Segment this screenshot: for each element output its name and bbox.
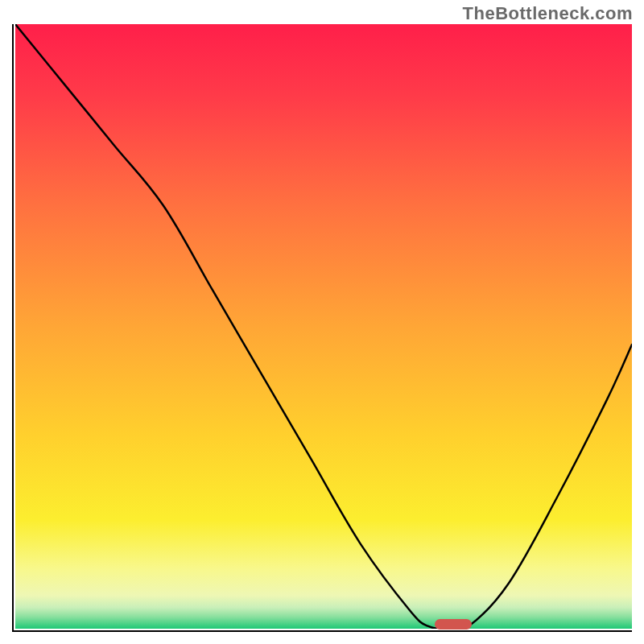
optimal-minimum-marker [435,619,472,630]
watermark-text: TheBottleneck.com [463,3,633,24]
chart-plot-area [12,24,632,632]
chart-curve [15,24,632,629]
